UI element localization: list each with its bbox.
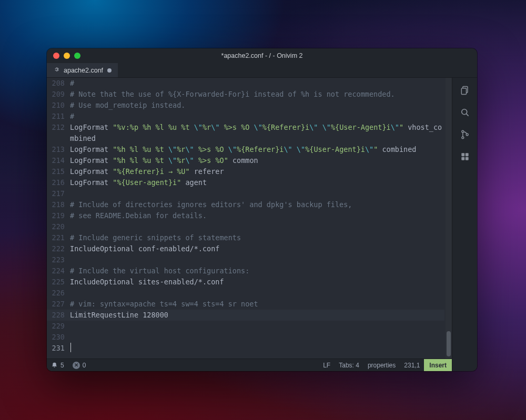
- line-number: 227: [47, 299, 70, 310]
- line-text: [70, 343, 444, 354]
- extensions-icon[interactable]: [460, 151, 470, 162]
- line-text: LimitRequestLine 128000: [70, 310, 444, 321]
- code-line[interactable]: 231: [47, 343, 444, 354]
- code-line[interactable]: 220: [47, 221, 444, 232]
- titlebar[interactable]: *apache2.conf - / - Onivim 2: [47, 48, 477, 63]
- code-line[interactable]: 215LogFormat "%{Referer}i → %U" referer: [47, 166, 444, 177]
- line-text: # Include the virtual host configuration…: [70, 265, 444, 276]
- svg-point-6: [466, 134, 468, 136]
- code-line[interactable]: 224# Include the virtual host configurat…: [47, 265, 444, 276]
- code-line[interactable]: 228LimitRequestLine 128000: [47, 310, 444, 321]
- window-body: 208#209# Note that the use of %{X-Forwar…: [47, 78, 477, 371]
- status-bar: 5 ✕ 0 LF Tabs: 4 properties 231,1 Insert: [47, 358, 452, 371]
- tab-apache2-conf[interactable]: apache2.conf: [47, 63, 118, 77]
- line-number: 225: [47, 276, 70, 288]
- editor-area[interactable]: 208#209# Note that the use of %{X-Forwar…: [47, 78, 452, 358]
- line-number: 216: [47, 177, 70, 188]
- code-line[interactable]: 221# Include generic snippets of stateme…: [47, 232, 444, 243]
- code-line[interactable]: 223: [47, 254, 444, 265]
- search-icon[interactable]: [460, 107, 470, 118]
- editor-window: *apache2.conf - / - Onivim 2 apache2.con…: [47, 48, 477, 371]
- line-number: 226: [47, 288, 70, 299]
- code-line[interactable]: 219# see README.Debian for details.: [47, 210, 444, 221]
- gear-icon: [53, 66, 59, 74]
- line-text: LogFormat "%{Referer}i → %U" referer: [70, 166, 444, 177]
- activity-bar: [452, 78, 477, 371]
- line-text: # see README.Debian for details.: [70, 210, 444, 221]
- line-text: [70, 221, 444, 232]
- bell-icon: [51, 362, 58, 368]
- line-text: # Include generic snippets of statements: [70, 232, 444, 243]
- code-line[interactable]: 229: [47, 321, 444, 332]
- line-text: LogFormat "%h %l %u %t \"%r\" %>s %O" co…: [70, 155, 444, 166]
- code-line[interactable]: 230: [47, 332, 444, 343]
- status-pos[interactable]: 231,1: [400, 359, 424, 371]
- code-line[interactable]: 227# vim: syntax=apache ts=4 sw=4 sts=4 …: [47, 299, 444, 310]
- code-line[interactable]: 214LogFormat "%h %l %u %t \"%r\" %>s %O"…: [47, 155, 444, 166]
- code-line[interactable]: 218# Include of directories ignores edit…: [47, 199, 444, 210]
- code-line[interactable]: 222IncludeOptional conf-enabled/*.conf: [47, 243, 444, 254]
- error-count: 0: [83, 362, 86, 369]
- line-text: [70, 188, 444, 199]
- line-text: # vim: syntax=apache ts=4 sw=4 sts=4 sr …: [70, 299, 444, 310]
- status-errors[interactable]: ✕ 0: [68, 359, 90, 371]
- line-number: 218: [47, 199, 70, 210]
- tab-filename: apache2.conf: [64, 67, 103, 74]
- svg-rect-9: [461, 157, 464, 160]
- line-number: 215: [47, 166, 70, 177]
- line-number: 217: [47, 188, 70, 199]
- status-lang[interactable]: properties: [363, 359, 400, 371]
- line-number: 210: [47, 100, 70, 111]
- svg-point-2: [461, 109, 467, 115]
- line-number: 222: [47, 243, 70, 254]
- code-line[interactable]: 225IncludeOptional sites-enabled/*.conf: [47, 276, 444, 288]
- code-line[interactable]: 208#: [47, 78, 444, 89]
- notification-count: 5: [60, 362, 64, 369]
- line-number: 220: [47, 221, 70, 232]
- line-text: # Use mod_remoteip instead.: [70, 100, 444, 111]
- code-line[interactable]: 216LogFormat "%{User-agent}i" agent: [47, 177, 444, 188]
- svg-rect-10: [465, 157, 468, 160]
- scm-icon[interactable]: [460, 129, 470, 140]
- line-text: LogFormat "%{User-agent}i" agent: [70, 177, 444, 188]
- minimize-window-button[interactable]: [64, 53, 70, 59]
- vertical-scrollbar[interactable]: [446, 78, 452, 358]
- files-icon[interactable]: [460, 85, 470, 96]
- line-number: 212: [47, 122, 70, 133]
- line-number: 213: [47, 144, 70, 155]
- status-mode[interactable]: Insert: [424, 359, 452, 371]
- line-number: 231: [47, 343, 70, 354]
- line-number: 230: [47, 332, 70, 343]
- code-line[interactable]: 212LogFormat "%v:%p %h %l %u %t \"%r\" %…: [47, 122, 444, 144]
- code-line[interactable]: 226: [47, 288, 444, 299]
- error-icon: ✕: [73, 362, 80, 369]
- line-text: IncludeOptional sites-enabled/*.conf: [70, 276, 444, 288]
- code-line[interactable]: 211#: [47, 111, 444, 122]
- line-number: 208: [47, 78, 70, 89]
- code-line[interactable]: 210# Use mod_remoteip instead.: [47, 100, 444, 111]
- svg-rect-1: [461, 88, 466, 95]
- status-eol[interactable]: LF: [319, 359, 335, 371]
- scrollbar-thumb[interactable]: [447, 331, 451, 356]
- code-line[interactable]: 209# Note that the use of %{X-Forwarded-…: [47, 89, 444, 100]
- line-number: 224: [47, 265, 70, 276]
- svg-rect-7: [461, 153, 464, 156]
- code-line[interactable]: 213LogFormat "%h %l %u %t \"%r\" %>s %O …: [47, 144, 444, 155]
- status-notifications[interactable]: 5: [47, 359, 68, 371]
- line-text: # Note that the use of %{X-Forwarded-For…: [70, 89, 444, 100]
- line-number: 223: [47, 254, 70, 265]
- close-window-button[interactable]: [53, 53, 59, 59]
- status-tabs[interactable]: Tabs: 4: [335, 359, 363, 371]
- window-title: *apache2.conf - / - Onivim 2: [47, 52, 477, 59]
- editor-pane: 208#209# Note that the use of %{X-Forwar…: [47, 78, 452, 371]
- line-text: # Include of directories ignores editors…: [70, 199, 444, 210]
- line-text: LogFormat "%v:%p %h %l %u %t \"%r\" %>s …: [70, 122, 444, 144]
- line-number: 229: [47, 321, 70, 332]
- line-number: 221: [47, 232, 70, 243]
- code-line[interactable]: 217: [47, 188, 444, 199]
- line-text: [70, 332, 444, 343]
- text-cursor: [70, 343, 71, 352]
- tab-dirty-dot-icon: [107, 68, 112, 73]
- zoom-window-button[interactable]: [74, 53, 80, 59]
- line-number: 214: [47, 155, 70, 166]
